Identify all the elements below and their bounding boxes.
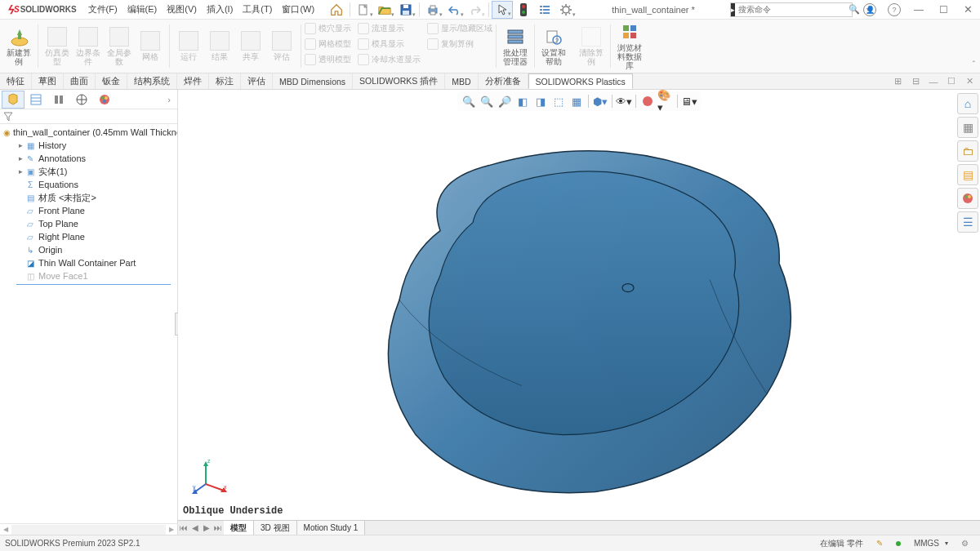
viewtab-model[interactable]: 模型 (224, 521, 254, 535)
tab-annotate[interactable]: 标注 (209, 73, 241, 89)
status-custom-icon[interactable]: ⚙ (955, 539, 975, 548)
view-orient-icon[interactable]: ⬚ (550, 93, 567, 109)
taskpane-resources-icon[interactable]: ▦ (957, 117, 978, 138)
tab-addins[interactable]: SOLIDWORKS 插件 (353, 73, 445, 89)
search-box[interactable]: ▸ 🔍 ▾ (730, 2, 853, 17)
doc-min-icon[interactable]: — (926, 75, 941, 88)
list-icon[interactable] (534, 1, 555, 19)
display-style-icon[interactable]: ▦ (568, 93, 585, 109)
section-icon[interactable]: ◧ (514, 93, 531, 109)
help-icon[interactable]: ? (882, 1, 906, 19)
select-icon[interactable] (492, 1, 513, 19)
menu-window[interactable]: 窗口(W) (277, 3, 319, 16)
viewtab-last-icon[interactable]: ⏭ (212, 523, 224, 532)
menu-view[interactable]: 视图(V) (162, 3, 202, 16)
tree-material[interactable]: ▤材质 <未指定> (2, 191, 177, 204)
orientation-triad[interactable]: z x y (191, 456, 230, 495)
home-icon[interactable] (326, 1, 347, 19)
taskpane-home-icon[interactable]: ⌂ (957, 93, 978, 114)
appearance-icon[interactable] (639, 93, 656, 109)
search-input[interactable] (735, 5, 845, 14)
feature-tree-tab-icon[interactable] (2, 91, 24, 109)
tree-annotations[interactable]: ▸✎Annotations (2, 152, 177, 165)
viewtab-first-icon[interactable]: ⏮ (178, 523, 189, 532)
menu-file[interactable]: 文件(F) (83, 3, 122, 16)
ribbon-material-db[interactable]: 浏览材料数据库 (611, 20, 648, 73)
ribbon-collapse-icon[interactable]: ˆ (973, 60, 975, 69)
taskpane-properties-icon[interactable]: ☰ (957, 211, 978, 233)
traffic-light-icon[interactable] (513, 1, 534, 19)
close-icon[interactable]: ✕ (956, 1, 980, 19)
tab-surfaces[interactable]: 曲面 (64, 73, 96, 89)
tree-history[interactable]: ▸▦History (2, 139, 177, 152)
tab-plastics[interactable]: SOLIDWORKS Plastics (528, 73, 633, 89)
options-icon[interactable] (555, 1, 577, 19)
status-warn-icon[interactable] (889, 541, 907, 546)
taskpane-appearance-icon[interactable] (957, 188, 978, 209)
tab-analysis-prep[interactable]: 分析准备 (479, 73, 528, 89)
ribbon-settings[interactable]: ? 设置和帮助 (535, 20, 572, 73)
viewtab-prev-icon[interactable]: ◀ (189, 523, 201, 532)
tree-equations[interactable]: ΣEquations (2, 178, 177, 191)
tree-moveface[interactable]: ◫Move Face1 (2, 269, 177, 282)
tab-sheetmetal[interactable]: 钣金 (96, 73, 127, 89)
viewtab-motion[interactable]: Motion Study 1 (297, 521, 366, 535)
status-units[interactable]: MMGS▾ (907, 539, 955, 548)
tree-front[interactable]: ▱Front Plane (2, 204, 177, 217)
doc-tile2-icon[interactable]: ⊟ (908, 75, 923, 88)
doc-max-icon[interactable]: ☐ (944, 75, 959, 88)
tree-container-part[interactable]: ◪Thin Wall Container Part (2, 256, 177, 269)
maximize-icon[interactable]: ☐ (931, 1, 956, 19)
tree-right[interactable]: ▱Right Plane (2, 230, 177, 243)
feature-tree[interactable]: ◉ thin_wall_container (0.45mm Wall Thick… (0, 124, 177, 523)
user-icon[interactable]: 👤 (858, 1, 882, 19)
doc-close-icon[interactable]: ✕ (962, 75, 977, 88)
menu-insert[interactable]: 插入(I) (202, 3, 238, 16)
dyn-section-icon[interactable]: ◨ (532, 93, 549, 109)
tree-origin[interactable]: ↳Origin (2, 243, 177, 256)
property-tab-icon[interactable] (24, 91, 47, 109)
viewtab-3dview[interactable]: 3D 视图 (254, 521, 297, 535)
menu-tools[interactable]: 工具(T) (238, 3, 277, 16)
graphics-viewport[interactable]: 🔍 🔍 🔎 ◧ ◨ ⬚ ▦ ⬢▾ 👁▾ 🎨▾ 🖥▾ (178, 90, 980, 535)
new-doc-icon[interactable] (353, 1, 374, 19)
render-icon[interactable]: 🎨▾ (657, 93, 674, 109)
appearance-tab-icon[interactable] (93, 91, 116, 109)
doc-tile1-icon[interactable]: ⊞ (890, 75, 905, 88)
viewtab-next-icon[interactable]: ▶ (201, 523, 212, 532)
tab-features[interactable]: 特征 (0, 73, 32, 89)
panel-collapse-icon[interactable]: › (163, 95, 176, 104)
tree-filter[interactable] (0, 109, 177, 124)
panel-hscroll[interactable]: ◀▶ (0, 523, 177, 535)
tab-structure[interactable]: 结构系统 (127, 73, 177, 89)
tab-weldments[interactable]: 焊件 (177, 73, 209, 89)
zoom-fit-icon[interactable]: 🔍 (461, 93, 477, 109)
undo-icon[interactable] (443, 1, 465, 19)
config-tab-icon[interactable] (47, 91, 70, 109)
tab-mbd-dim[interactable]: MBD Dimensions (273, 73, 353, 89)
status-rebuild-icon[interactable]: ✎ (870, 539, 889, 548)
open-icon[interactable] (374, 1, 395, 19)
tab-evaluate[interactable]: 评估 (241, 73, 273, 89)
rollback-bar[interactable] (16, 284, 171, 285)
tree-top[interactable]: ▱Top Plane (2, 217, 177, 230)
print-icon[interactable] (422, 1, 443, 19)
model-3d[interactable] (326, 124, 832, 516)
menu-edit[interactable]: 编辑(E) (122, 3, 163, 16)
zoom-prev-icon[interactable]: 🔎 (497, 93, 513, 109)
hide-show-icon[interactable]: ⬢▾ (592, 93, 608, 109)
tab-mbd[interactable]: MBD (445, 73, 478, 89)
taskpane-view-icon[interactable]: ▤ (957, 164, 978, 185)
minimize-icon[interactable]: — (906, 1, 931, 19)
dimxpert-tab-icon[interactable] (70, 91, 93, 109)
tab-sketch[interactable]: 草图 (32, 73, 64, 89)
tree-root[interactable]: ◉ thin_wall_container (0.45mm Wall Thick… (2, 126, 177, 139)
taskpane-library-icon[interactable]: 🗀 (957, 140, 978, 162)
save-icon[interactable] (395, 1, 416, 19)
tree-solid[interactable]: ▸▣实体(1) (2, 165, 177, 178)
ribbon-batch[interactable]: 批处理管理器 (497, 20, 534, 73)
zoom-area-icon[interactable]: 🔍 (479, 93, 495, 109)
viewport-settings-icon[interactable]: 🖥▾ (681, 93, 697, 109)
ribbon-new-study[interactable]: 新建算例 (0, 20, 38, 73)
scene-icon[interactable]: 👁▾ (616, 93, 632, 109)
